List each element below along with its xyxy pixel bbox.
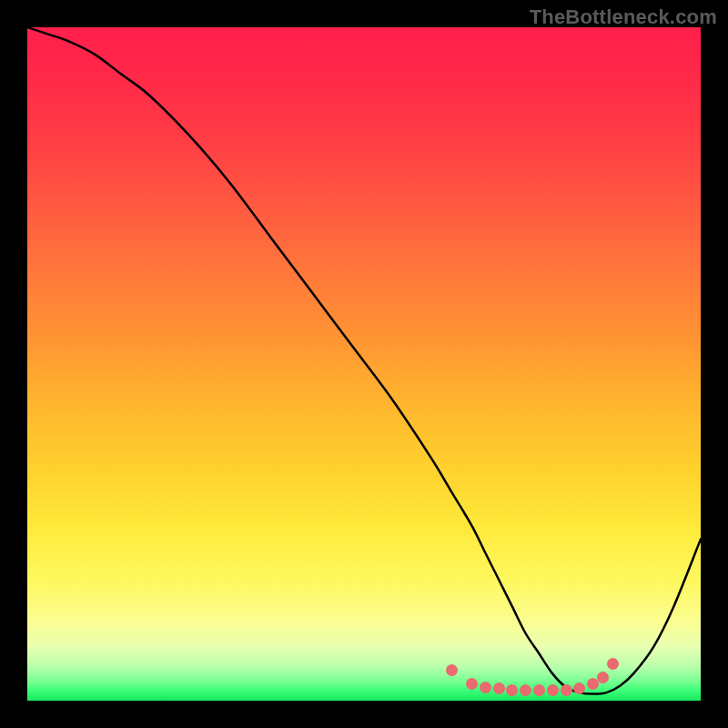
highlight-dot: [446, 664, 458, 676]
highlight-dot: [480, 682, 491, 693]
highlight-dot: [607, 658, 619, 670]
highlight-dot: [466, 678, 478, 690]
chart-container: TheBottleneck.com: [0, 0, 728, 728]
highlight-dot: [506, 684, 518, 696]
highlight-dot: [493, 682, 505, 694]
plot-area: [27, 27, 701, 701]
highlight-dot: [597, 672, 609, 683]
watermark-text: TheBottleneck.com: [530, 5, 717, 29]
highlight-dot: [533, 684, 545, 696]
highlight-dot: [520, 684, 531, 696]
highlight-dot: [561, 684, 572, 696]
highlight-dot: [547, 684, 559, 696]
highlight-dot: [573, 682, 585, 694]
highlight-dots-layer: [27, 27, 701, 701]
